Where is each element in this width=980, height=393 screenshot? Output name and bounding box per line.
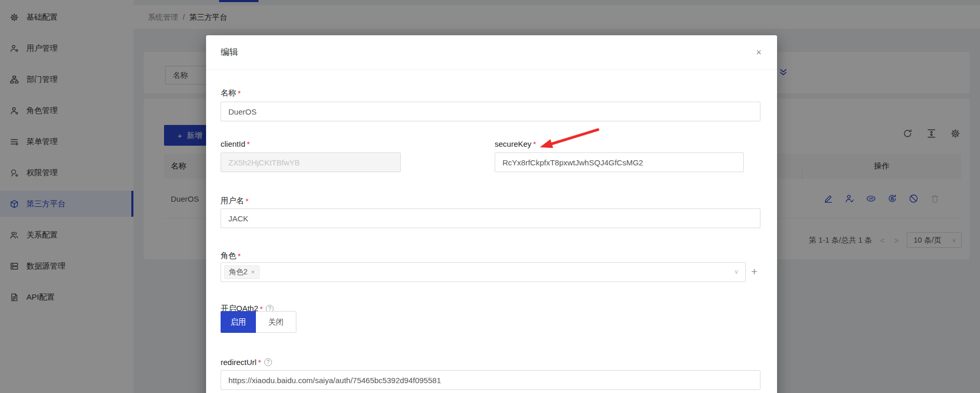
required-mark: *	[533, 139, 536, 148]
secure-key-input[interactable]: RcYx8rfCkpfxT8pxwtJwhSQJ4GfCsMG2	[495, 152, 744, 172]
redirect-url-label: redirectUrl* ?	[221, 357, 272, 367]
required-mark: *	[247, 139, 250, 148]
modal-header: 编辑	[206, 35, 777, 69]
required-mark: *	[246, 197, 249, 205]
edit-modal: 编辑 × 名称* DuerOS clientId* ZX5h2HjCKtTBfw…	[206, 35, 777, 393]
name-label: 名称*	[221, 88, 241, 98]
oauth2-enable-button[interactable]: 启用	[221, 311, 256, 333]
app-window: 基础配置 用户管理 部门管理 角色管理 菜单管理 权限管理 第三方平台 关系配	[0, 0, 980, 393]
client-id-input: ZX5h2HjCKtTBfwYB	[221, 152, 401, 172]
redirect-url-input[interactable]: https://xiaodu.baidu.com/saiya/auth/7546…	[221, 370, 760, 390]
required-mark: *	[238, 89, 241, 97]
oauth2-radio-group: 启用 关闭	[221, 311, 296, 333]
help-icon[interactable]: ?	[264, 358, 272, 366]
modal-title: 编辑	[221, 46, 238, 58]
add-role-plus-icon[interactable]: +	[751, 266, 757, 277]
required-mark: *	[258, 358, 261, 367]
oauth2-disable-button[interactable]: 关闭	[256, 311, 296, 333]
tag-close-icon[interactable]: ×	[251, 269, 255, 276]
role-select[interactable]: 角色2 × ∨	[221, 262, 746, 282]
required-mark: *	[238, 251, 241, 260]
username-input[interactable]: JACK	[221, 208, 760, 228]
role-label: 角色*	[221, 250, 241, 261]
client-id-label: clientId*	[221, 138, 250, 149]
chevron-down-icon: ∨	[734, 268, 739, 275]
name-input[interactable]: DuerOS	[221, 102, 760, 121]
role-tag: 角色2 ×	[224, 265, 260, 279]
close-icon[interactable]: ×	[756, 48, 761, 57]
secure-key-label: secureKey*	[495, 138, 536, 149]
username-label: 用户名*	[221, 195, 249, 206]
